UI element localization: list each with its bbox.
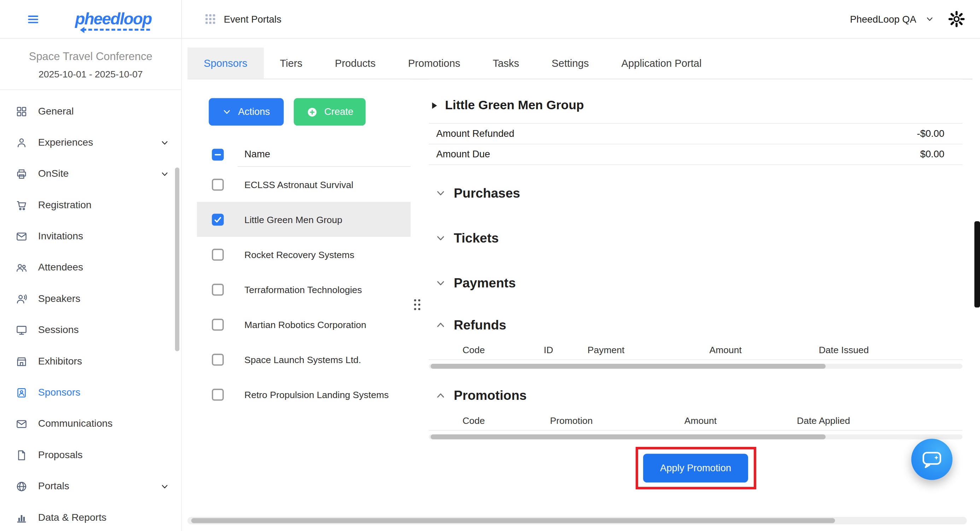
sidebar-item-onsite[interactable]: OnSite <box>0 158 181 189</box>
apply-promotion-area: Apply Promotion <box>429 447 963 489</box>
promotions-scrollbar-thumb[interactable] <box>431 434 826 439</box>
hamburger-menu-icon[interactable] <box>26 13 40 25</box>
row-checkbox[interactable] <box>212 213 224 226</box>
sidebar-item-sponsors[interactable]: Sponsors <box>0 377 181 408</box>
tab-products[interactable]: Products <box>318 48 392 78</box>
main-content: Sponsors Tiers Products Promotions Tasks… <box>182 39 980 531</box>
refunds-scrollbar-thumb[interactable] <box>431 364 826 369</box>
sidebar-item-attendees[interactable]: Attendees <box>0 252 181 283</box>
chevron-down-icon <box>436 188 445 198</box>
list-item[interactable]: Space Launch Systems Ltd. <box>197 342 411 377</box>
select-all-checkbox[interactable] <box>212 148 224 161</box>
sidebar-item-registration[interactable]: Registration <box>0 189 181 221</box>
logo-dash-underline <box>83 29 150 30</box>
summary-row: Amount Due $0.00 <box>429 144 963 165</box>
section-promotions-toggle[interactable]: Promotions <box>429 381 963 410</box>
logo-text: pheedloop <box>75 10 151 28</box>
detail-title: Little Green Men Group <box>445 98 584 113</box>
row-checkbox[interactable] <box>212 353 224 366</box>
sidebar-item-label: Sessions <box>38 324 79 336</box>
list-item[interactable]: ECLSS Astronaut Survival <box>197 167 411 202</box>
section-refunds-toggle[interactable]: Refunds <box>429 311 963 339</box>
pheedloop-logo[interactable]: pheedloop <box>75 10 151 29</box>
row-checkbox[interactable] <box>212 178 224 191</box>
tab-application-portal[interactable]: Application Portal <box>605 48 718 78</box>
chevron-down-icon[interactable] <box>926 15 934 23</box>
sidebar-item-label: General <box>38 106 74 117</box>
store-icon <box>16 355 27 367</box>
summary-label: Amount Due <box>436 149 490 160</box>
speaker-icon <box>16 293 27 305</box>
list-item[interactable]: Retro Propulsion Landing Systems <box>197 377 411 412</box>
sidebar-item-exhibitors[interactable]: Exhibitors <box>0 346 181 377</box>
sidebar-item-sessions[interactable]: Sessions <box>0 314 181 345</box>
sidebar-item-general[interactable]: General <box>0 95 181 127</box>
promotions-horizontal-scrollbar <box>429 434 963 439</box>
main-scrollbar-thumb[interactable] <box>191 518 835 523</box>
sidebar-item-label: Registration <box>38 199 92 211</box>
sidebar-item-portals[interactable]: Portals <box>0 471 181 502</box>
billing-summary-table: Amount Refunded -$0.00 Amount Due $0.00 <box>429 123 963 165</box>
sidebar-item-experiences[interactable]: Experiences <box>0 127 181 158</box>
globe-icon <box>16 480 27 493</box>
sidebar-item-label: Sponsors <box>38 387 80 398</box>
row-checkbox[interactable] <box>212 283 224 296</box>
pane-drag-handle-icon[interactable] <box>413 298 422 311</box>
section-payments-toggle[interactable]: Payments <box>429 269 963 297</box>
section-purchases-toggle[interactable]: Purchases <box>429 179 963 208</box>
summary-label: Amount Refunded <box>436 128 514 139</box>
section-title: Promotions <box>453 388 527 403</box>
create-button[interactable]: Create <box>294 98 366 126</box>
sidebar-scrollbar-thumb[interactable] <box>175 168 179 351</box>
detail-title-toggle[interactable]: Little Green Men Group <box>429 98 963 113</box>
tab-settings[interactable]: Settings <box>535 48 605 78</box>
tab-tiers[interactable]: Tiers <box>264 48 319 78</box>
person-icon <box>16 137 27 148</box>
actions-button[interactable]: Actions <box>208 98 283 126</box>
sidebar-item-data-reports[interactable]: Data & Reports <box>0 502 181 531</box>
sidebar-item-label: Portals <box>38 480 69 492</box>
sidebar-item-proposals[interactable]: Proposals <box>0 439 181 471</box>
live-chat-button[interactable] <box>912 439 953 480</box>
sidebar-item-invitations[interactable]: Invitations <box>0 221 181 252</box>
chevron-down-icon[interactable] <box>161 170 169 178</box>
row-checkbox[interactable] <box>212 248 224 261</box>
list-item[interactable]: Martian Robotics Corporation <box>197 307 411 342</box>
row-checkbox[interactable] <box>212 318 224 331</box>
tab-bar: Sponsors Tiers Products Promotions Tasks… <box>188 48 972 79</box>
sponsor-name: ECLSS Astronaut Survival <box>244 179 353 189</box>
section-tickets-toggle[interactable]: Tickets <box>429 224 963 253</box>
annotation-highlight-box: Apply Promotion <box>635 447 756 489</box>
tab-tasks[interactable]: Tasks <box>477 48 536 78</box>
sponsor-name: Terraformation Technologies <box>244 284 362 294</box>
tab-promotions[interactable]: Promotions <box>392 48 476 78</box>
vertical-scrollbar-thumb[interactable] <box>974 221 980 308</box>
sponsor-detail-panel: Little Green Men Group Amount Refunded -… <box>429 79 963 490</box>
chevron-down-icon[interactable] <box>161 138 169 147</box>
sidebar-item-speakers[interactable]: Speakers <box>0 283 181 314</box>
column-header: Date Issued <box>819 344 963 355</box>
account-name[interactable]: PheedLoop QA <box>850 13 916 25</box>
list-item[interactable]: Terraformation Technologies <box>197 272 411 307</box>
row-checkbox[interactable] <box>212 388 224 401</box>
mail-icon <box>16 230 27 242</box>
list-item[interactable]: Little Green Men Group <box>197 202 411 237</box>
section-title: Event Portals <box>224 13 282 25</box>
chevron-up-icon <box>436 391 445 401</box>
chevron-down-icon <box>436 278 445 288</box>
sidebar-item-communications[interactable]: Communications <box>0 408 181 439</box>
apps-grid-icon[interactable] <box>205 14 216 24</box>
sidebar-item-label: Proposals <box>38 449 83 461</box>
gear-icon[interactable] <box>948 11 965 27</box>
section-title: Refunds <box>453 318 506 332</box>
apply-promotion-button[interactable]: Apply Promotion <box>643 453 748 482</box>
list-item[interactable]: Rocket Recovery Systems <box>197 237 411 272</box>
tab-sponsors[interactable]: Sponsors <box>188 48 263 78</box>
plus-circle-icon <box>306 106 318 118</box>
topbar-center: Event Portals <box>182 13 850 25</box>
refunds-horizontal-scrollbar <box>429 364 963 369</box>
chevron-down-icon <box>223 108 231 116</box>
chevron-down-icon[interactable] <box>161 482 169 490</box>
column-header: Amount <box>684 415 797 425</box>
chat-bubble-icon <box>921 448 942 470</box>
